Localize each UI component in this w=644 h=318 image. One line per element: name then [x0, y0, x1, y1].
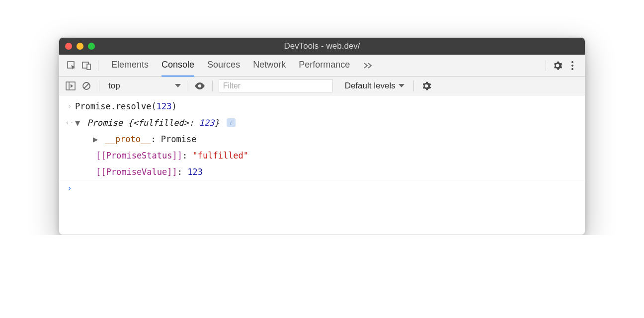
window-title: DevTools - web.dev/	[59, 41, 585, 51]
traffic-lights	[65, 43, 95, 50]
divider	[212, 80, 213, 91]
zoom-window-button[interactable]	[88, 43, 95, 50]
console-input-row[interactable]: › Promise.resolve(123)	[59, 98, 585, 115]
promise-status-key: [[PromiseStatus]]	[96, 151, 182, 160]
settings-gear-icon[interactable]	[550, 58, 565, 73]
info-badge-icon[interactable]: i	[227, 118, 236, 127]
inspect-icon[interactable]	[64, 58, 79, 73]
divider	[98, 60, 98, 71]
console-input-text: Promise.resolve(123)	[75, 99, 580, 114]
log-levels-selector[interactable]: Default levels	[345, 81, 404, 91]
input-caret-icon: ›	[64, 99, 75, 113]
output-caret-icon: ‹·	[64, 116, 75, 130]
close-window-button[interactable]	[65, 43, 72, 50]
promise-value-key: [[PromiseValue]]	[96, 167, 177, 177]
promise-value-row[interactable]: [[PromiseValue]]: 123	[59, 164, 585, 181]
promise-status-row[interactable]: [[PromiseStatus]]: "fulfilled"	[59, 148, 585, 164]
context-selector[interactable]: top	[105, 81, 181, 91]
expand-arrow-icon[interactable]: ▶	[93, 132, 100, 147]
devtools-window: DevTools - web.dev/ Elements Console Sou…	[59, 37, 585, 235]
tab-network[interactable]: Network	[253, 54, 286, 77]
promise-value-value: 123	[187, 167, 203, 177]
object-preview: Promise {<fulfilled>: 123}	[87, 118, 219, 128]
divider	[187, 80, 187, 91]
caret-down-icon	[399, 84, 404, 87]
sidebar-toggle-icon[interactable]	[64, 80, 77, 92]
divider	[99, 80, 99, 91]
svg-rect-2	[87, 64, 90, 70]
tab-elements[interactable]: Elements	[111, 54, 149, 77]
clear-console-icon[interactable]	[80, 80, 93, 92]
proto-row[interactable]: ▶ __proto__: Promise	[59, 131, 585, 148]
device-toggle-icon[interactable]	[79, 58, 94, 73]
tab-sources[interactable]: Sources	[207, 54, 240, 77]
divider	[413, 80, 414, 91]
live-expression-eye-icon[interactable]	[193, 80, 206, 92]
kebab-menu-icon[interactable]	[565, 58, 580, 73]
titlebar: DevTools - web.dev/	[59, 38, 585, 55]
tabbar: Elements Console Sources Network Perform…	[59, 55, 585, 77]
collapse-arrow-icon[interactable]: ▼	[75, 116, 82, 130]
svg-point-10	[198, 84, 201, 87]
divider	[546, 60, 546, 71]
more-tabs-chevron-icon[interactable]	[361, 58, 376, 73]
levels-label: Default levels	[345, 81, 396, 91]
proto-value: Promise	[161, 134, 197, 144]
console-prompt-row[interactable]: ›	[59, 180, 585, 196]
proto-key: __proto__	[105, 134, 151, 144]
context-label: top	[108, 81, 120, 91]
console-settings-gear-icon[interactable]	[420, 80, 433, 92]
minimize-window-button[interactable]	[77, 43, 83, 50]
promise-status-value: "fulfilled"	[192, 151, 248, 160]
svg-point-3	[571, 61, 573, 63]
svg-line-9	[84, 83, 89, 88]
tab-performance[interactable]: Performance	[299, 54, 350, 77]
console-result-row[interactable]: ‹· ▼ Promise {<fulfilled>: 123} i	[59, 115, 585, 131]
prompt-caret-icon: ›	[64, 181, 75, 195]
caret-down-icon	[175, 84, 181, 87]
filter-input[interactable]	[219, 80, 333, 92]
svg-point-4	[571, 65, 573, 67]
tab-console[interactable]: Console	[161, 54, 194, 77]
console-toolbar: top Default levels	[59, 77, 585, 95]
console-output: › Promise.resolve(123) ‹· ▼ Promise {<fu…	[59, 95, 585, 235]
svg-point-5	[571, 68, 573, 70]
tabs: Elements Console Sources Network Perform…	[111, 54, 350, 77]
